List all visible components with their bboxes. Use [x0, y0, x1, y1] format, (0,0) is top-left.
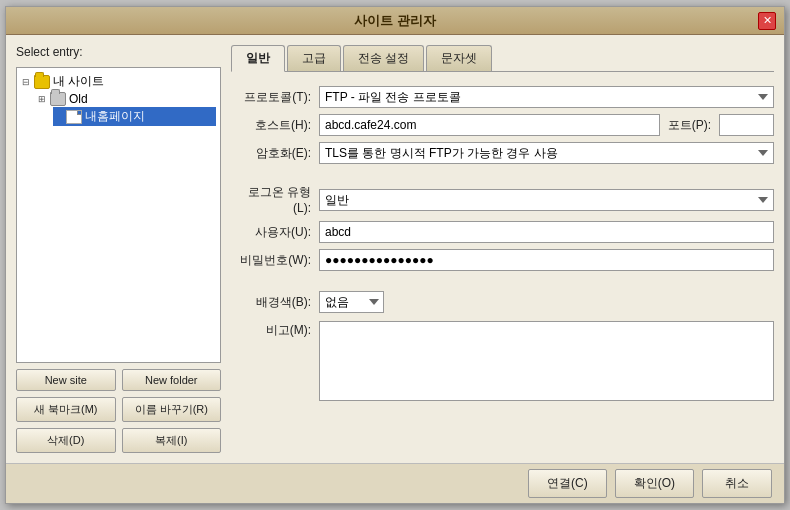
ok-button[interactable]: 확인(O) — [615, 469, 694, 498]
new-folder-button[interactable]: New folder — [122, 369, 222, 391]
rename-button[interactable]: 이름 바꾸기(R) — [122, 397, 222, 422]
expand-icon-old: ⊞ — [37, 94, 47, 104]
login-type-select[interactable]: 일반 — [319, 189, 774, 211]
login-type-label: 로그온 유형(L): — [231, 184, 311, 215]
protocol-select[interactable]: FTP - 파일 전송 프로토콜 — [319, 86, 774, 108]
user-row: 사용자(U): — [231, 221, 774, 243]
old-children: 내홈페이지 — [37, 107, 216, 126]
expand-icon-root: ⊟ — [21, 77, 31, 87]
login-type-row: 로그온 유형(L): 일반 — [231, 184, 774, 215]
background-row: 배경색(B): 없음 — [231, 291, 774, 313]
memo-area — [319, 321, 774, 404]
protocol-label: 프로토콜(T): — [231, 89, 311, 106]
root-label: 내 사이트 — [53, 73, 104, 90]
tab-general[interactable]: 일반 — [231, 45, 285, 72]
btn-row-1: New site New folder — [16, 369, 221, 391]
delete-button[interactable]: 삭제(D) — [16, 428, 116, 453]
root-children: ⊞ Old 내홈페이지 — [21, 91, 216, 126]
bottom-bar: 연결(C) 확인(O) 취소 — [6, 463, 784, 503]
background-select[interactable]: 없음 — [319, 291, 384, 313]
page-icon-homepage — [66, 110, 82, 124]
password-row: 비밀번호(W): — [231, 249, 774, 271]
title-bar: 사이트 관리자 ✕ — [6, 7, 784, 35]
tab-charset[interactable]: 문자셋 — [426, 45, 492, 71]
tree-item-root[interactable]: ⊟ 내 사이트 — [21, 72, 216, 91]
tab-transfer[interactable]: 전송 설정 — [343, 45, 424, 71]
new-bookmark-button[interactable]: 새 북마크(M) — [16, 397, 116, 422]
right-panel: 일반 고급 전송 설정 문자셋 프로토콜(T): FTP - 파일 전송 프로토… — [231, 45, 774, 453]
memo-textarea[interactable] — [319, 321, 774, 401]
close-button[interactable]: ✕ — [758, 12, 776, 30]
memo-label: 비고(M): — [231, 319, 311, 339]
left-panel: Select entry: ⊟ 내 사이트 ⊞ Old — [16, 45, 221, 453]
dialog-title: 사이트 관리자 — [32, 12, 758, 30]
tab-content-general: 프로토콜(T): FTP - 파일 전송 프로토콜 호스트(H): 포트(P): — [231, 80, 774, 453]
connect-button[interactable]: 연결(C) — [528, 469, 607, 498]
tabs: 일반 고급 전송 설정 문자셋 — [231, 45, 774, 72]
tree-view: ⊟ 내 사이트 ⊞ Old — [16, 67, 221, 363]
btn-row-2: 새 북마크(M) 이름 바꾸기(R) — [16, 397, 221, 422]
background-label: 배경색(B): — [231, 294, 311, 311]
dialog-body: Select entry: ⊟ 내 사이트 ⊞ Old — [6, 35, 784, 463]
tab-advanced[interactable]: 고급 — [287, 45, 341, 71]
cancel-button[interactable]: 취소 — [702, 469, 772, 498]
encryption-row: 암호화(E): TLS를 통한 명시적 FTP가 가능한 경우 사용 — [231, 142, 774, 164]
folder-icon-old — [50, 92, 66, 106]
user-input[interactable] — [319, 221, 774, 243]
duplicate-button[interactable]: 복제(I) — [122, 428, 222, 453]
password-label: 비밀번호(W): — [231, 252, 311, 269]
new-site-button[interactable]: New site — [16, 369, 116, 391]
protocol-row: 프로토콜(T): FTP - 파일 전송 프로토콜 — [231, 86, 774, 108]
old-label: Old — [69, 92, 88, 106]
select-entry-label: Select entry: — [16, 45, 221, 59]
btn-row-3: 삭제(D) 복제(I) — [16, 428, 221, 453]
encryption-label: 암호화(E): — [231, 145, 311, 162]
tree-item-homepage[interactable]: 내홈페이지 — [53, 107, 216, 126]
port-label: 포트(P): — [668, 117, 711, 134]
user-label: 사용자(U): — [231, 224, 311, 241]
host-port-container: 포트(P): — [319, 114, 774, 136]
encryption-select[interactable]: TLS를 통한 명시적 FTP가 가능한 경우 사용 — [319, 142, 774, 164]
password-input[interactable] — [319, 249, 774, 271]
homepage-label: 내홈페이지 — [85, 108, 145, 125]
folder-icon-root — [34, 75, 50, 89]
host-label: 호스트(H): — [231, 117, 311, 134]
host-input[interactable] — [319, 114, 660, 136]
port-input[interactable] — [719, 114, 774, 136]
memo-row: 비고(M): — [231, 319, 774, 404]
site-manager-dialog: 사이트 관리자 ✕ Select entry: ⊟ 내 사이트 ⊞ Old — [5, 6, 785, 504]
tree-item-old[interactable]: ⊞ Old — [37, 91, 216, 107]
host-row: 호스트(H): 포트(P): — [231, 114, 774, 136]
